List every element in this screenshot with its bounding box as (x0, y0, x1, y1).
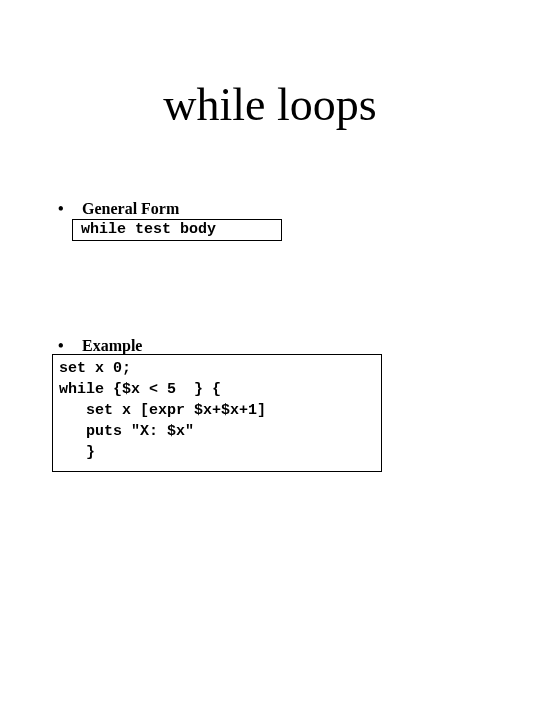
general-form-code-box: while test body (72, 219, 282, 241)
bullet-example-label: Example (82, 337, 142, 355)
bullet-general-form-label: General Form (82, 200, 179, 218)
slide-title: while loops (0, 78, 540, 131)
bullet-example: • Example (58, 337, 142, 355)
bullet-dot-icon: • (58, 337, 78, 355)
bullet-general-form: • General Form (58, 200, 179, 218)
slide: while loops • General Form while test bo… (0, 0, 540, 720)
example-code-box: set x 0; while {$x < 5 } { set x [expr $… (52, 354, 382, 472)
bullet-dot-icon: • (58, 200, 78, 218)
